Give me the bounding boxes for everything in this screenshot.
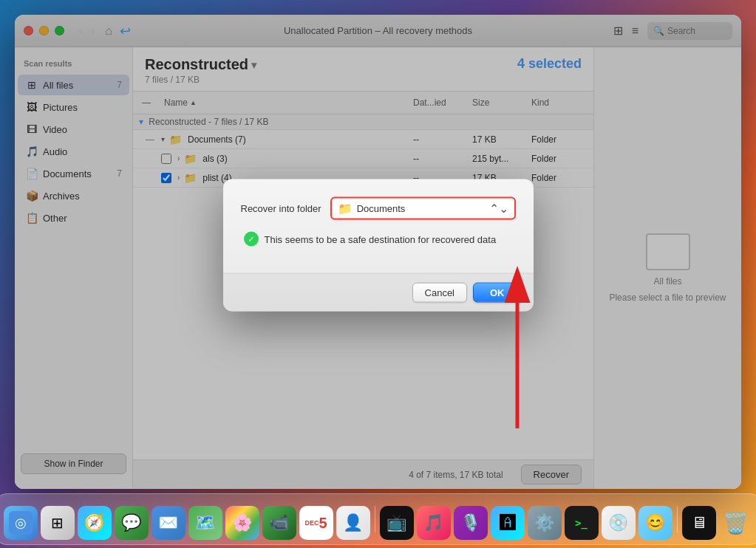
driveapp-icon: 🖥 bbox=[691, 513, 707, 532]
contacts-icon: 👤 bbox=[343, 513, 363, 532]
dock-finder[interactable]: ◎ bbox=[4, 506, 38, 540]
ok-button[interactable]: OK bbox=[473, 283, 522, 303]
dialog-folder-row: Recover into folder 📁 Documents ⌃⌄ bbox=[241, 197, 516, 220]
dock-diskutil[interactable]: 💿 bbox=[602, 506, 636, 540]
calendar-date: 5 bbox=[319, 515, 327, 532]
dock-settings[interactable]: ⚙️ bbox=[528, 506, 562, 540]
dock-appletv[interactable]: 📺 bbox=[380, 506, 414, 540]
dock-music[interactable]: 🎵 bbox=[417, 506, 451, 540]
svg-text:◎: ◎ bbox=[15, 516, 27, 530]
music-icon: 🎵 bbox=[423, 513, 443, 532]
trash-icon: 🗑️ bbox=[723, 511, 749, 535]
podcasts-icon: 🎙️ bbox=[460, 513, 480, 532]
diskutil-icon: 💿 bbox=[608, 513, 628, 532]
maps-icon: 🗺️ bbox=[195, 513, 215, 532]
folder-name-text: Documents bbox=[357, 203, 485, 214]
appstore-icon: 🅰 bbox=[500, 513, 516, 532]
dialog-safe-row: ✓ This seems to be a safe destination fo… bbox=[241, 232, 516, 247]
dock-safari[interactable]: 🧭 bbox=[78, 506, 112, 540]
dock-podcasts[interactable]: 🎙️ bbox=[454, 506, 488, 540]
terminal-icon: >_ bbox=[575, 517, 588, 529]
settings-icon: ⚙️ bbox=[534, 513, 554, 532]
dock-mail[interactable]: ✉️ bbox=[151, 506, 185, 540]
dock-messages[interactable]: 💬 bbox=[115, 506, 149, 540]
dock-divider bbox=[375, 506, 375, 532]
dialog-buttons: Cancel OK bbox=[223, 273, 534, 312]
launchpad-icon: ⊞ bbox=[51, 514, 64, 532]
safe-check-icon: ✓ bbox=[244, 232, 259, 247]
dock-photos[interactable]: 🌸 bbox=[225, 506, 259, 540]
folder-emoji-icon: 📁 bbox=[338, 202, 353, 216]
safari-icon: 🧭 bbox=[84, 513, 104, 532]
dialog-content: Recover into folder 📁 Documents ⌃⌄ ✓ Thi… bbox=[223, 179, 534, 273]
dock-facetime[interactable]: 📹 bbox=[262, 506, 296, 540]
dock-contacts[interactable]: 👤 bbox=[336, 506, 370, 540]
dock-facegen[interactable]: 😊 bbox=[638, 506, 672, 540]
photos-icon: 🌸 bbox=[232, 513, 252, 532]
dock-launchpad[interactable]: ⊞ bbox=[41, 506, 75, 540]
cancel-button[interactable]: Cancel bbox=[412, 283, 467, 303]
safe-text: This seems to be a safe destination for … bbox=[265, 233, 497, 244]
recover-dialog: Recover into folder 📁 Documents ⌃⌄ ✓ Thi… bbox=[223, 179, 534, 312]
dialog-label: Recover into folder bbox=[241, 203, 321, 214]
facegen-icon: 😊 bbox=[645, 513, 665, 532]
folder-input-wrap[interactable]: 📁 Documents ⌃⌄ bbox=[330, 197, 516, 220]
calendar-month: DEC bbox=[304, 519, 319, 527]
dock: ◎ ⊞ 🧭 💬 ✉️ 🗺️ 🌸 📹 DEC 5 👤 📺 🎵 🎙️ 🅰 ⚙️ bbox=[0, 493, 756, 545]
dock-calendar[interactable]: DEC 5 bbox=[299, 506, 333, 540]
dock-terminal[interactable]: >_ bbox=[565, 506, 599, 540]
facetime-icon: 📹 bbox=[269, 513, 289, 532]
appletv-icon: 📺 bbox=[386, 513, 406, 532]
folder-chevron-icon: ⌃⌄ bbox=[489, 202, 508, 216]
dock-trash[interactable]: 🗑️ bbox=[719, 506, 753, 540]
app-window: ‹ › ⌂ ↩ Unallocated Partition – All reco… bbox=[15, 15, 741, 489]
dock-driveapp[interactable]: 🖥 bbox=[682, 506, 716, 540]
messages-icon: 💬 bbox=[121, 513, 141, 532]
dock-divider-2 bbox=[677, 506, 678, 532]
mail-icon: ✉️ bbox=[158, 513, 178, 532]
dock-appstore[interactable]: 🅰 bbox=[491, 506, 525, 540]
dock-maps[interactable]: 🗺️ bbox=[188, 506, 222, 540]
